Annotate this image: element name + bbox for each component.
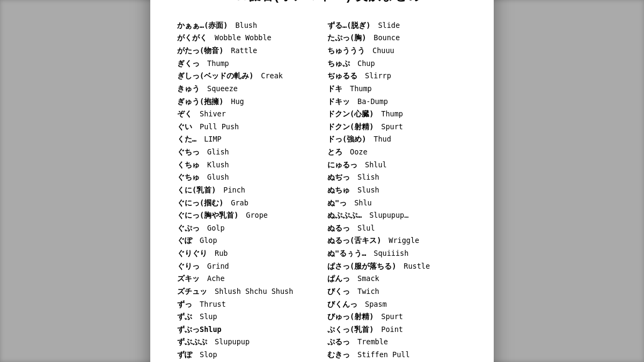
list-item: がたっ(物音) Rattle [177,45,317,57]
list-item: ぱんっ Smack [327,272,467,285]
list-item: くに(乳首) Pinch [177,184,317,197]
list-item: ドっ(強め) Thud [327,133,467,146]
list-item: くちゅ Klush [177,159,317,172]
list-item: ぐりぐり Rub [177,247,317,260]
list-item: ぢゅるる Slirrp [327,70,467,83]
list-item: ぎゅう(抱擁) Hug [177,95,317,108]
list-item: ずっ Thrust [177,298,317,311]
list-item: ドクン(射精) Spurt [327,121,467,134]
content-columns: かぁぁ…(赤面) Blushがくがく Wobble Wobbleがたっ(物音) … [177,19,467,362]
list-item: ずぽ Slop [177,349,317,361]
list-item: ぬ"るぅう… Squiiish [327,247,467,260]
list-item: ぐぽ Glop [177,234,317,247]
list-item: ぐちっ Glish [177,146,317,159]
list-item: ずる…(脱ぎ) Slide [327,19,467,32]
list-item: かぁぁ…(赤面) Blush [177,19,317,32]
list-item: たぷっ(胸) Bounce [327,32,467,45]
list-item: ぱさっ(服が落ちる) Rustle [327,260,467,273]
list-item: ぐりっ Grind [177,260,317,273]
left-column: かぁぁ…(赤面) Blushがくがく Wobble Wobbleがたっ(物音) … [177,19,317,362]
list-item: ちゅぷ Chup [327,57,467,70]
list-item: ぬるっ(舌キス) Wriggle [327,234,467,247]
list-item: びくんっ Spasm [327,298,467,311]
list-item: ドキッ Ba-Dump [327,95,467,108]
list-item: ぐちゅ Glush [177,171,317,184]
list-item: ぬぷぷぷ… Slupupup… [327,209,467,222]
list-item: くた… LIMP [177,133,317,146]
list-item: ぎくっ Thump [177,57,317,70]
list-item: とろ Ooze [327,146,467,159]
list-item: ドクン(心臓) Thump [327,108,467,121]
list-item: がくがく Wobble Wobble [177,32,317,45]
list-item: ぬ"っ Shlu [327,197,467,210]
list-item: ずぶぷぷ Slupupup [177,336,317,349]
list-item: ぬるっ Slul [327,222,467,235]
list-item: むきっ Stiffen Pull [327,349,467,361]
list-item: にゅるっ Shlul [327,159,467,172]
list-item: ぷるっ Tremble [327,336,467,349]
modal-container: エロ擬音(オノマトペ) 英訳まとめ かぁぁ…(赤面) Blushがくがく Wob… [150,0,494,362]
list-item: びゅっ(射精) Spurt [327,311,467,323]
list-item: ぷくっ(乳首) Point [327,323,467,336]
modal-title: エロ擬音(オノマトペ) 英訳まとめ [177,0,467,4]
list-item: ずぶっShlup [177,323,317,336]
list-item: ぐにっ(掴む) Grab [177,197,317,210]
list-item: ぞく Shiver [177,108,317,121]
list-item: ぬぢっ Slish [327,171,467,184]
list-item: びくっ Twich [327,285,467,298]
list-item: ぎしっ(ベッドの軋み) Creak [177,70,317,83]
list-item: ずぶ Slup [177,311,317,323]
list-item: ズキッ Ache [177,272,317,285]
list-item: きゅう Squeeze [177,83,317,95]
list-item: ぐい Pull Push [177,121,317,134]
list-item: ちゅううう Chuuu [327,45,467,57]
right-column: ずる…(脱ぎ) Slideたぷっ(胸) Bounceちゅううう Chuuuちゅぷ… [327,19,467,362]
list-item: ぐにっ(胸や乳首) Grope [177,209,317,222]
list-item: ぐぷっ Golp [177,222,317,235]
list-item: ズチュッ Shlush Shchu Shush [177,285,317,298]
list-item: ドキ Thump [327,83,467,95]
list-item: ぬちゅ Slush [327,184,467,197]
